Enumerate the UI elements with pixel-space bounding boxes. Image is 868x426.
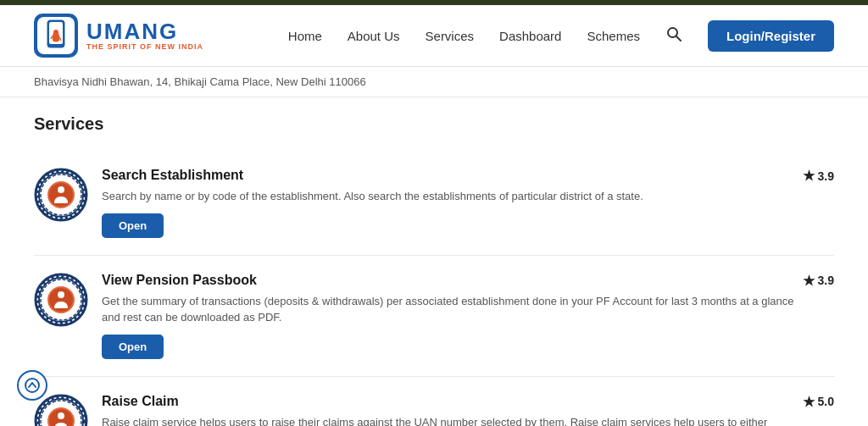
svg-point-26	[58, 412, 64, 419]
logo-icon	[34, 14, 78, 58]
service-icon-view-pension-passbook	[34, 273, 88, 327]
services-list: Search Establishment Search by name or b…	[34, 151, 834, 426]
svg-point-19	[58, 291, 64, 298]
nav-dashboard[interactable]: Dashboard	[499, 29, 561, 43]
rating-view-pension-passbook: ★ 3.9	[803, 273, 834, 289]
star-icon-view-pension-passbook: ★	[803, 273, 815, 289]
nav-services[interactable]: Services	[426, 29, 475, 43]
logo-text: UMANG THE SPIRIT OF NEW INDIA	[86, 20, 203, 51]
search-icon	[665, 25, 682, 42]
rating-search-establishment: ★ 3.9	[803, 168, 834, 184]
rating-value-search-establishment: 3.9	[818, 169, 834, 183]
service-item-raise-claim: Raise Claim Raise claim service helps us…	[34, 377, 834, 427]
service-title-view-pension-passbook: View Pension Passbook	[102, 273, 834, 288]
svg-point-12	[58, 186, 64, 193]
service-icon-search-establishment	[34, 168, 88, 222]
svg-line-6	[676, 36, 681, 41]
svg-point-35	[25, 379, 39, 392]
arrow-up-icon	[25, 378, 40, 393]
nav-home[interactable]: Home	[288, 29, 322, 43]
service-desc-view-pension-passbook: Get the summary of transactions (deposit…	[102, 293, 797, 326]
rating-value-raise-claim: 5.0	[818, 395, 834, 408]
open-button-view-pension-passbook[interactable]: Open	[102, 335, 164, 359]
section-title: Services	[34, 114, 834, 134]
open-button-search-establishment[interactable]: Open	[102, 213, 164, 238]
service-icon-raise-claim	[34, 394, 88, 427]
service-title-search-establishment: Search Establishment	[102, 168, 834, 183]
nav-about[interactable]: About Us	[348, 29, 400, 43]
logo-name: UMANG	[86, 20, 203, 42]
service-content-raise-claim: Raise Claim Raise claim service helps us…	[102, 394, 834, 427]
service-content-view-pension-passbook: View Pension Passbook Get the summary of…	[102, 273, 834, 359]
service-desc-raise-claim: Raise claim service helps users to raise…	[102, 414, 797, 427]
service-content-search-establishment: Search Establishment Search by name or b…	[102, 168, 834, 238]
rating-value-view-pension-passbook: 3.9	[818, 274, 834, 287]
star-icon-raise-claim: ★	[803, 394, 815, 410]
service-item-search-establishment: Search Establishment Search by name or b…	[34, 151, 834, 256]
rating-raise-claim: ★ 5.0	[803, 394, 834, 410]
nav-schemes[interactable]: Schemes	[587, 29, 640, 43]
service-desc-search-establishment: Search by name or by code of the establi…	[102, 188, 797, 205]
service-item-view-pension-passbook: View Pension Passbook Get the summary of…	[34, 256, 834, 377]
main-nav: Home About Us Services Dashboard Schemes…	[288, 20, 834, 52]
star-icon-search-establishment: ★	[803, 168, 815, 184]
scroll-to-top-button[interactable]	[17, 370, 47, 401]
logo-area: UMANG THE SPIRIT OF NEW INDIA	[34, 14, 203, 58]
main-content: Services	[0, 97, 868, 426]
login-register-button[interactable]: Login/Register	[708, 20, 834, 52]
search-icon-button[interactable]	[665, 25, 682, 47]
svg-point-4	[53, 30, 58, 35]
service-title-raise-claim: Raise Claim	[102, 394, 834, 409]
address-bar: Bhavisya Nidhi Bhawan, 14, Bhikaji Cama …	[0, 67, 868, 97]
logo-tagline: THE SPIRIT OF NEW INDIA	[86, 42, 203, 51]
address-text: Bhavisya Nidhi Bhawan, 14, Bhikaji Cama …	[34, 75, 366, 88]
